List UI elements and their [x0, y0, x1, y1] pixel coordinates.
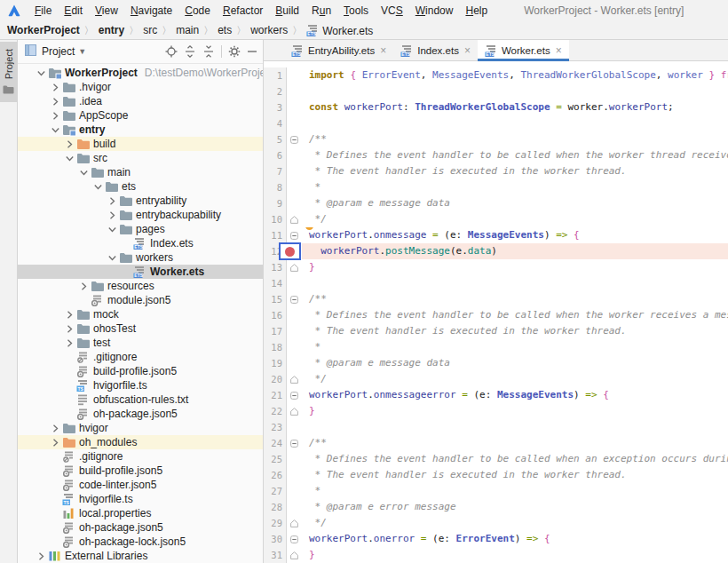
- tree-item-entry[interactable]: entry: [18, 123, 263, 137]
- code-text[interactable]: * The event handler is executed in the w…: [302, 163, 728, 179]
- chevron-right-icon[interactable]: [62, 338, 76, 348]
- code-line-21[interactable]: 21workerPort.onmessageerror = (e: Messag…: [264, 387, 728, 403]
- menu-vcs[interactable]: VCS: [375, 3, 409, 19]
- menu-window[interactable]: Window: [409, 3, 460, 19]
- code-text[interactable]: *: [302, 179, 728, 195]
- code-line-1[interactable]: 1import { ErrorEvent, MessageEvents, Thr…: [264, 67, 728, 83]
- code-line-4[interactable]: 4: [264, 115, 728, 131]
- line-number[interactable]: 15: [264, 291, 287, 307]
- line-number[interactable]: 9: [264, 195, 287, 211]
- menu-file[interactable]: File: [28, 3, 58, 19]
- tree-item--idea[interactable]: .idea: [18, 94, 263, 108]
- code-text[interactable]: * Defines the event handler to be called…: [302, 147, 728, 163]
- line-number[interactable]: 14: [264, 275, 287, 291]
- expand-all-icon[interactable]: [184, 45, 196, 58]
- line-number[interactable]: 8: [264, 179, 287, 195]
- line-number[interactable]: 28: [264, 499, 287, 515]
- menu-help[interactable]: Help: [459, 3, 494, 19]
- tab-index-ets[interactable]: ETSIndex.ets×: [393, 40, 478, 60]
- line-number[interactable]: 26: [264, 467, 287, 483]
- tree-item--hvigor[interactable]: .hvigor: [18, 80, 263, 94]
- chevron-right-icon[interactable]: [105, 210, 119, 220]
- line-number[interactable]: 19: [264, 355, 287, 371]
- code-line-28[interactable]: 28 * @param e error message: [264, 499, 728, 515]
- tree-item-oh-package-json5[interactable]: oh-package.json5: [18, 407, 263, 421]
- code-line-2[interactable]: 2: [264, 83, 728, 99]
- line-number[interactable]: 18: [264, 339, 287, 355]
- breadcrumb-item-workers[interactable]: workers: [250, 24, 288, 36]
- code-text[interactable]: workerPort.postMessage(e.data): [302, 243, 728, 259]
- tree-item-worker-ets[interactable]: ETSWorker.ets: [18, 265, 263, 279]
- chevron-down-icon[interactable]: ▼: [78, 47, 86, 56]
- fold-marker-icon[interactable]: [287, 291, 302, 307]
- tree-item-workerproject[interactable]: WorkerProjectD:\testDemo\WorkerProject: [18, 66, 263, 80]
- code-line-24[interactable]: 24/**: [264, 435, 728, 451]
- chevron-right-icon[interactable]: [62, 139, 76, 149]
- code-text[interactable]: }: [302, 547, 728, 563]
- chevron-right-icon[interactable]: [76, 282, 91, 291]
- code-line-17[interactable]: 17 * The event handler is executed in th…: [264, 323, 728, 339]
- code-line-16[interactable]: 16 * Defines the event handler to be cal…: [264, 307, 728, 323]
- line-number[interactable]: 4: [264, 115, 287, 131]
- line-number[interactable]: 6: [264, 147, 287, 163]
- line-number[interactable]: 7: [264, 163, 287, 179]
- tree-item-main[interactable]: main: [18, 165, 263, 179]
- tree-item-external-libraries[interactable]: External Libraries: [18, 549, 263, 563]
- menu-tools[interactable]: Tools: [337, 3, 375, 19]
- panel-title[interactable]: Project: [42, 45, 75, 58]
- line-number[interactable]: 20: [264, 371, 287, 387]
- fold-marker-icon[interactable]: [287, 515, 302, 531]
- tree-item--gitignore[interactable]: .gitignore: [18, 350, 263, 364]
- line-number[interactable]: 3: [264, 99, 287, 115]
- tree-item-hvigorfile-ts[interactable]: TShvigorfile.ts: [18, 378, 263, 393]
- fold-marker-icon[interactable]: [287, 387, 302, 403]
- line-number[interactable]: 11: [264, 227, 287, 243]
- code-text[interactable]: /**: [302, 131, 728, 147]
- breadcrumb-item-entry[interactable]: entry: [99, 24, 124, 36]
- code-line-31[interactable]: 31}: [264, 547, 728, 563]
- tree-item-oh-package-json5[interactable]: oh-package.json5: [18, 520, 263, 535]
- line-number[interactable]: 27: [264, 483, 287, 499]
- tree-item-code-linter-json5[interactable]: code-linter.json5: [18, 478, 263, 492]
- tree-item-obfuscation-rules-txt[interactable]: obfuscation-rules.txt: [18, 393, 263, 407]
- tree-item-test[interactable]: test: [18, 336, 263, 350]
- chevron-down-icon[interactable]: [105, 253, 119, 263]
- chevron-down-icon[interactable]: [48, 125, 62, 135]
- tree-item-pages[interactable]: pages: [18, 222, 263, 236]
- code-line-25[interactable]: 25 * Defines the event handler to be cal…: [264, 451, 728, 467]
- code-text[interactable]: [302, 275, 728, 291]
- tree-item-build[interactable]: build: [18, 137, 263, 151]
- code-text[interactable]: [302, 419, 728, 435]
- fold-marker-icon[interactable]: [287, 211, 302, 227]
- line-number[interactable]: 25: [264, 451, 287, 467]
- code-line-6[interactable]: 6 * Defines the event handler to be call…: [264, 147, 728, 163]
- menu-edit[interactable]: Edit: [58, 3, 89, 19]
- code-line-11[interactable]: 11workerPort.onmessage = (e: MessageEven…: [264, 227, 728, 243]
- fold-marker-icon[interactable]: [287, 531, 302, 547]
- code-line-15[interactable]: 15/**: [264, 291, 728, 307]
- code-text[interactable]: * Defines the event handler to be called…: [302, 307, 728, 323]
- fold-marker-icon[interactable]: [287, 547, 302, 563]
- chevron-down-icon[interactable]: [105, 225, 119, 234]
- settings-gear-icon[interactable]: [228, 45, 241, 58]
- code-text[interactable]: * Defines the event handler to be called…: [302, 451, 728, 467]
- code-line-12[interactable]: 12 workerPort.postMessage(e.data): [264, 243, 728, 259]
- line-number[interactable]: 23: [264, 419, 287, 435]
- code-line-27[interactable]: 27 *: [264, 483, 728, 499]
- code-text[interactable]: workerPort.onerror = (e: ErrorEvent) => …: [302, 531, 728, 547]
- collapse-all-icon[interactable]: [202, 45, 215, 58]
- fold-marker-icon[interactable]: [287, 435, 302, 451]
- code-text[interactable]: /**: [302, 435, 728, 451]
- line-number[interactable]: 22: [264, 403, 287, 419]
- breadcrumb-item-workerproject[interactable]: WorkerProject: [7, 24, 80, 36]
- code-text[interactable]: *: [302, 339, 728, 355]
- menu-build[interactable]: Build: [269, 3, 305, 19]
- code-text[interactable]: */: [302, 371, 728, 387]
- hide-panel-icon[interactable]: [247, 46, 257, 57]
- code-line-9[interactable]: 9 * @param e message data: [264, 195, 728, 211]
- chevron-right-icon[interactable]: [48, 438, 62, 448]
- code-line-19[interactable]: 19 * @param e message data: [264, 355, 728, 371]
- chevron-down-icon[interactable]: [76, 168, 91, 178]
- code-text[interactable]: import { ErrorEvent, MessageEvents, Thre…: [302, 67, 728, 83]
- chevron-right-icon[interactable]: [48, 424, 62, 433]
